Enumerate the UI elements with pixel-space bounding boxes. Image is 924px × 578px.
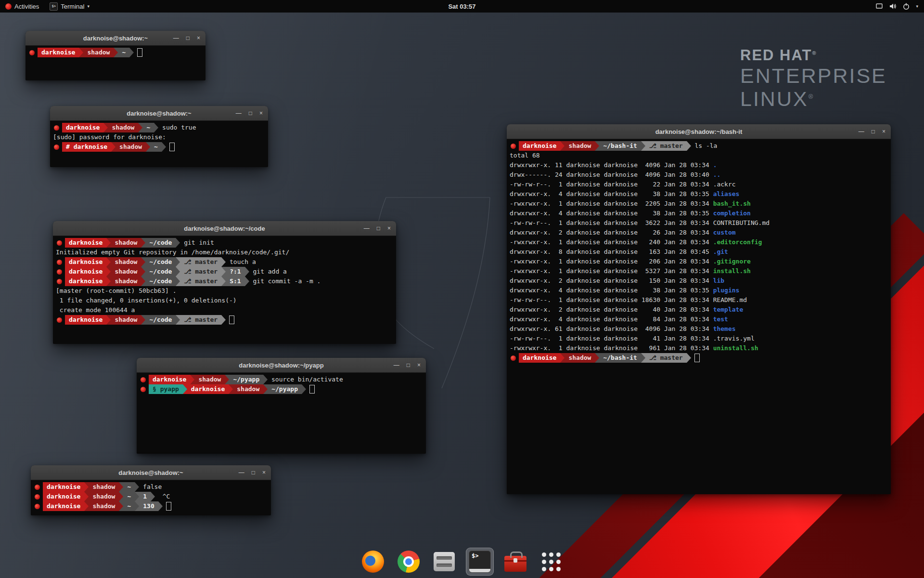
terminal-content[interactable]: darknoiseshadow~ sudo true[sudo] passwor…	[50, 121, 268, 167]
minimize-button[interactable]: —	[173, 35, 179, 41]
redhat-prompt-icon	[35, 494, 40, 499]
redhat-logo-icon	[5, 3, 12, 10]
terminal-line: darknoiseshadow~/pyapp source bin/activa…	[140, 375, 423, 384]
terminal-content[interactable]: darknoiseshadow~/bash-it⎇ master ls -lat…	[507, 139, 891, 494]
terminal-text: source bin/activate	[268, 375, 343, 384]
terminal-content[interactable]: darknoiseshadow~/pyapp source bin/activa…	[137, 373, 426, 454]
powerline-arrow	[106, 238, 111, 248]
powerline-arrow	[135, 492, 139, 501]
terminal-line: drwxrwxr-x. 4 darknoise darknoise 38 Jan…	[510, 286, 888, 295]
minimize-button[interactable]: —	[364, 225, 370, 231]
close-button[interactable]: ×	[882, 129, 886, 134]
redhat-prompt-icon	[54, 125, 59, 131]
terminal-text: -rwxrwxr-x. 1 darknoise darknoise 961 Ja…	[510, 343, 713, 353]
maximize-button[interactable]: □	[249, 110, 252, 116]
powerline-arrow	[595, 141, 599, 151]
close-button[interactable]: ×	[417, 362, 421, 368]
titlebar[interactable]: darknoise@shadow:~/pyapp — □ ×	[137, 358, 426, 373]
powerline-arrow	[641, 141, 645, 151]
titlebar[interactable]: darknoise@shadow:~ — □ ×	[31, 465, 271, 480]
dock-item-chrome[interactable]	[395, 548, 423, 576]
dock-item-terminal[interactable]: $>	[466, 548, 494, 576]
terminal-text: .ackrc	[713, 180, 736, 189]
terminal-text: drwxrwxr-x. 2 darknoise darknoise 26 Jan…	[510, 228, 713, 237]
prompt-segment-user: darknoise	[65, 257, 106, 267]
terminal-text: git add a	[249, 267, 287, 276]
dock-item-files[interactable]	[430, 548, 458, 576]
dock-item-firefox[interactable]	[359, 548, 387, 576]
terminal-text: touch a	[226, 257, 256, 267]
prompt-segment-git: ⎇ master	[180, 257, 221, 267]
terminal-text: false	[139, 482, 162, 492]
terminal-line: darknoiseshadow~130	[34, 501, 268, 511]
terminal-line: § pyappdarknoiseshadow~/pyapp	[140, 384, 423, 394]
power-icon[interactable]	[902, 2, 910, 10]
minimize-button[interactable]: —	[859, 129, 864, 134]
powerline-arrow	[111, 142, 116, 152]
terminal-text: README.md	[713, 295, 747, 305]
window-title: darknoise@shadow:~	[127, 110, 191, 117]
prompt-segment-user: darknoise	[149, 375, 190, 384]
display-icon[interactable]	[875, 2, 883, 10]
terminal-content[interactable]: darknoiseshadow~/code git initInitialize…	[53, 236, 396, 344]
minimize-button[interactable]: —	[236, 110, 242, 116]
prompt-segment-host: shadow	[111, 276, 141, 286]
exec-name: bash_it.sh	[713, 199, 751, 209]
volume-icon[interactable]	[889, 2, 897, 10]
terminal-content[interactable]: darknoiseshadow~	[26, 46, 205, 80]
maximize-button[interactable]: □	[407, 362, 410, 368]
powerline-arrow	[641, 353, 645, 363]
terminal-text: ls -la	[691, 141, 718, 151]
terminal-text: sudo true	[158, 123, 196, 132]
titlebar[interactable]: darknoise@shadow:~/bash-it — □ ×	[507, 124, 891, 139]
powerline-arrow	[141, 257, 145, 267]
redhat-prompt-icon	[29, 50, 35, 55]
close-button[interactable]: ×	[262, 470, 266, 475]
firefox-icon	[362, 551, 384, 573]
maximize-button[interactable]: □	[252, 470, 255, 475]
minimize-button[interactable]: —	[394, 362, 399, 368]
terminal-text: create mode 100644 a	[56, 305, 135, 315]
app-menu-terminal[interactable]: $> Terminal ▾	[44, 0, 95, 13]
titlebar[interactable]: darknoise@shadow:~ — □ ×	[26, 31, 205, 46]
minimize-button[interactable]: —	[239, 470, 244, 475]
titlebar[interactable]: darknoise@shadow:~ — □ ×	[50, 106, 268, 121]
window-title: darknoise@shadow:~	[83, 35, 148, 42]
maximize-button[interactable]: □	[377, 225, 380, 231]
dir-name: completion	[713, 209, 751, 218]
rhel-branding: RED HAT® ENTERPRISE LINUX®	[740, 47, 887, 110]
close-button[interactable]: ×	[259, 110, 263, 116]
maximize-button[interactable]: □	[186, 35, 190, 41]
exec-name: .gitignore	[713, 257, 751, 266]
terminal-text: -rw-rw-r--. 1 darknoise darknoise 3622 J…	[510, 218, 713, 228]
terminal-content[interactable]: darknoiseshadow~ falsedarknoiseshadow~1 …	[31, 480, 271, 515]
terminal-line: darknoiseshadow~1 ^C	[34, 492, 268, 501]
terminal-line: darknoiseshadow~ sudo true	[53, 123, 265, 132]
terminal-line: drwxrwxr-x. 4 darknoise darknoise 84 Jan…	[510, 315, 888, 324]
prompt-segment-user: darknoise	[43, 492, 84, 501]
dir-name: plugins	[713, 286, 740, 295]
dir-name: .git	[713, 247, 728, 257]
system-status-area[interactable]: ▾	[875, 0, 924, 13]
powerline-arrow	[138, 123, 142, 132]
redhat-prompt-icon	[511, 144, 516, 149]
files-icon	[434, 552, 455, 571]
prompt-segment-path: ~	[123, 482, 135, 492]
powerline-arrow	[119, 501, 123, 511]
terminal-line: -rwxrwxr-x. 1 darknoise darknoise 5327 J…	[510, 266, 888, 276]
close-button[interactable]: ×	[387, 225, 391, 231]
terminal-line: -rwxrwxr-x. 1 darknoise darknoise 961 Ja…	[510, 343, 888, 353]
maximize-button[interactable]: □	[872, 129, 875, 134]
activities-button[interactable]: Activities	[0, 0, 44, 13]
powerline-arrow	[221, 267, 226, 276]
chrome-icon-core	[405, 558, 412, 565]
powerline-arrow	[183, 384, 187, 394]
dock-item-app-grid[interactable]	[537, 548, 565, 576]
titlebar[interactable]: darknoise@shadow:~/code — □ ×	[53, 221, 396, 236]
powerline-arrow	[302, 384, 306, 394]
dock-item-toolbox[interactable]	[501, 548, 529, 576]
close-button[interactable]: ×	[197, 35, 200, 41]
prompt-segment-exit-code: 130	[139, 501, 158, 511]
clock[interactable]: Sat 03:57	[448, 3, 475, 10]
prompt-segment-host: shadow	[565, 141, 595, 151]
